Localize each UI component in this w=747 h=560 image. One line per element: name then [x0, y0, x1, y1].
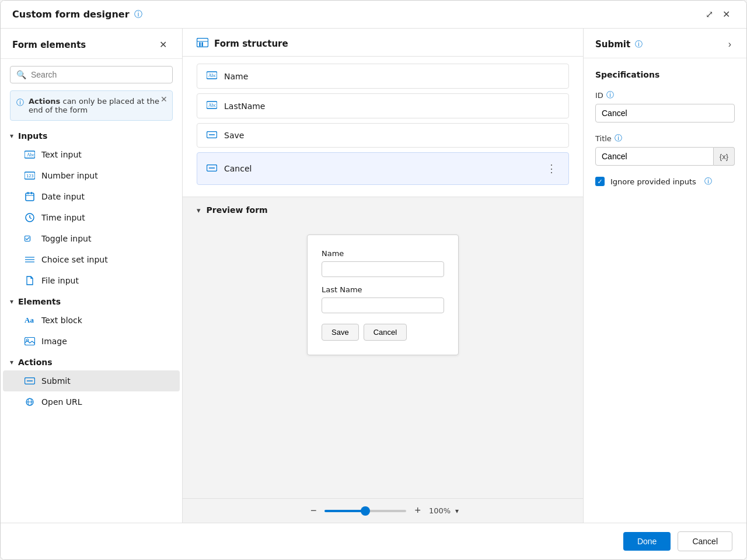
svg-rect-4: [26, 193, 34, 201]
sidebar-item-toggle-input[interactable]: Toggle input: [3, 228, 180, 249]
ignore-inputs-checkbox[interactable]: ✓: [595, 177, 605, 186]
form-item-name[interactable]: Abc Name: [197, 64, 569, 89]
sidebar-item-file-input[interactable]: File input: [3, 270, 180, 291]
form-item-save-label: Save: [224, 131, 559, 140]
search-input-wrap: 🔍: [10, 66, 173, 83]
actions-section-header[interactable]: ▾ Actions: [1, 352, 182, 370]
form-elements-close-button[interactable]: ✕: [156, 38, 170, 51]
info-banner-icon: ⓘ: [16, 97, 24, 108]
sidebar-item-text-input[interactable]: Abc Text input: [3, 144, 180, 165]
title-field-label: Title ⓘ: [595, 133, 735, 144]
ignore-inputs-label: Ignore provided inputs: [610, 177, 696, 186]
left-panel-scroll: ▾ Inputs Abc Text input 123 Number input: [1, 125, 182, 523]
submit-info-icon[interactable]: ⓘ: [635, 39, 643, 50]
actions-section-title: Actions: [18, 358, 53, 367]
elements-section-title: Elements: [18, 297, 61, 306]
search-container: 🔍: [1, 59, 182, 90]
svg-text:Abc: Abc: [208, 103, 217, 108]
preview-header[interactable]: ▾ Preview form: [183, 197, 583, 223]
svg-line-10: [30, 218, 32, 219]
choice-set-input-icon: [24, 254, 36, 265]
form-item-cancel[interactable]: Cancel ⋮: [197, 152, 569, 185]
date-input-icon: [24, 191, 36, 202]
center-panel: ▐ ▌ Form structure Abc Name Abc: [183, 29, 583, 523]
form-item-lastname-icon: Abc: [207, 101, 217, 111]
id-field-input[interactable]: [595, 104, 735, 123]
form-item-lastname[interactable]: Abc LastName: [197, 93, 569, 118]
file-input-label: File input: [41, 276, 79, 285]
zoom-chevron-button[interactable]: ▾: [455, 507, 459, 515]
text-block-icon: Aa: [24, 314, 36, 326]
info-banner-close-button[interactable]: ✕: [160, 94, 167, 104]
title-variable-button[interactable]: {x}: [714, 147, 735, 166]
elements-section-header[interactable]: ▾ Elements: [1, 291, 182, 310]
form-structure-title: Form structure: [214, 38, 288, 49]
search-icon: 🔍: [16, 70, 26, 79]
inputs-section-header[interactable]: ▾ Inputs: [1, 125, 182, 144]
ignore-inputs-info-icon[interactable]: ⓘ: [704, 176, 712, 187]
checkbox-check-icon: ✓: [597, 178, 602, 186]
form-item-cancel-menu-button[interactable]: ⋮: [544, 160, 559, 177]
left-panel-header: Form elements ✕: [1, 29, 182, 59]
svg-rect-11: [25, 236, 30, 242]
zoom-plus-button[interactable]: +: [411, 503, 424, 518]
form-elements-title: Form elements: [12, 40, 86, 50]
toggle-input-icon: [24, 233, 36, 244]
svg-text:Abc: Abc: [27, 152, 35, 158]
submit-icon: [24, 375, 36, 387]
form-item-save[interactable]: Save: [197, 123, 569, 148]
preview-name-input[interactable]: [322, 261, 444, 277]
date-input-label: Date input: [41, 192, 85, 201]
sidebar-item-date-input[interactable]: Date input: [3, 186, 180, 207]
expand-button[interactable]: ⤢: [701, 6, 718, 22]
svg-text:123: 123: [26, 174, 34, 178]
id-field-group: ID ⓘ: [595, 90, 735, 123]
preview-content: Name Last Name Save Cancel: [183, 223, 583, 498]
file-input-icon: [24, 275, 36, 286]
footer-cancel-button[interactable]: Cancel: [678, 531, 732, 551]
sidebar-item-choice-set-input[interactable]: Choice set input: [3, 249, 180, 270]
sidebar-item-open-url[interactable]: Open URL: [3, 391, 180, 412]
preview-cancel-button[interactable]: Cancel: [364, 324, 407, 341]
sidebar-item-submit[interactable]: Submit: [3, 370, 180, 391]
image-icon: [24, 335, 36, 347]
done-button[interactable]: Done: [623, 532, 671, 551]
footer: Done Cancel: [1, 523, 746, 559]
title-field-input[interactable]: [595, 147, 714, 166]
actions-chevron-icon: ▾: [10, 358, 13, 366]
form-item-cancel-icon: [207, 164, 217, 173]
number-input-label: Number input: [41, 171, 98, 180]
number-input-icon: 123: [24, 170, 36, 181]
right-panel-expand-button[interactable]: ›: [725, 38, 735, 51]
search-input[interactable]: [31, 70, 166, 79]
preview-lastname-input[interactable]: [322, 298, 444, 313]
zoom-slider[interactable]: [324, 510, 406, 512]
id-info-icon[interactable]: ⓘ: [606, 90, 614, 100]
image-label: Image: [41, 337, 67, 346]
sidebar-item-time-input[interactable]: Time input: [3, 207, 180, 228]
title-field-input-wrap: {x}: [595, 147, 735, 166]
open-url-icon: [24, 396, 36, 408]
specifications-title: Specifications: [595, 70, 735, 79]
preview-save-button[interactable]: Save: [322, 324, 359, 341]
info-icon[interactable]: ⓘ: [134, 9, 142, 20]
toggle-input-label: Toggle input: [41, 234, 91, 243]
preview-section: ▾ Preview form Name Last Name Save Cance…: [183, 197, 583, 523]
zoom-controls: − + 100% ▾: [183, 498, 583, 523]
preview-chevron-icon: ▾: [197, 206, 201, 215]
sidebar-item-image[interactable]: Image: [3, 331, 180, 352]
title-info-icon[interactable]: ⓘ: [615, 133, 622, 144]
sidebar-item-number-input[interactable]: 123 Number input: [3, 165, 180, 186]
sidebar-item-text-block[interactable]: Aa Text block: [3, 310, 180, 331]
submit-panel-title: Submit: [595, 39, 630, 50]
form-item-name-label: Name: [224, 72, 559, 81]
zoom-value: 100%: [429, 506, 451, 515]
preview-card: Name Last Name Save Cancel: [307, 235, 459, 355]
text-input-icon: Abc: [24, 149, 36, 160]
close-button[interactable]: ✕: [718, 6, 735, 22]
time-input-label: Time input: [41, 213, 85, 222]
time-input-icon: [24, 212, 36, 223]
elements-chevron-icon: ▾: [10, 298, 13, 306]
info-banner: ⓘ Actions can only be placed at the end …: [10, 90, 173, 121]
zoom-minus-button[interactable]: −: [307, 503, 320, 518]
